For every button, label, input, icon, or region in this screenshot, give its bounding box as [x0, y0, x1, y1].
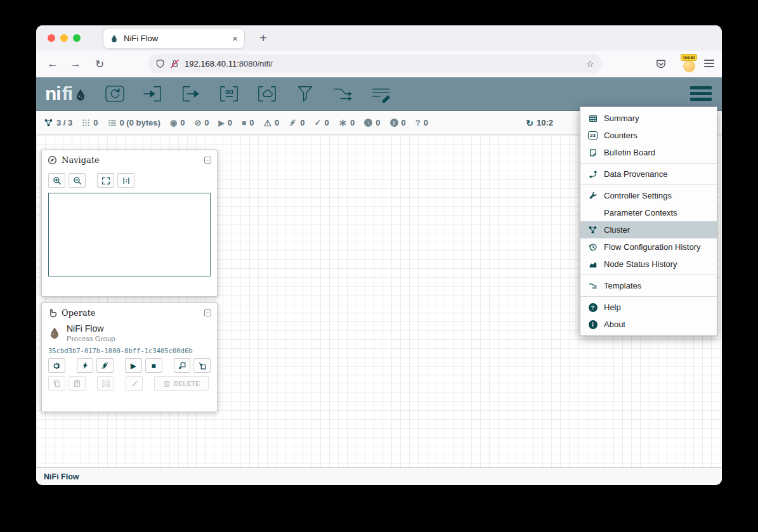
status-sync-failure: ? 0 — [415, 118, 428, 127]
menu-item-help[interactable]: ? Help — [580, 299, 717, 316]
status-not-transmitting: ⊘ 0 — [194, 118, 209, 127]
menu-item-bulletin-board[interactable]: Bulletin Board — [580, 144, 717, 161]
menu-divider — [580, 275, 717, 275]
pocket-icon[interactable] — [655, 58, 667, 70]
group-button[interactable] — [97, 376, 114, 391]
menu-divider — [580, 185, 717, 185]
remote-process-group-component-icon[interactable] — [256, 84, 278, 103]
status-stale: ↑ 0 — [364, 118, 380, 127]
menu-item-flow-configuration-history[interactable]: Flow Configuration History — [580, 238, 717, 256]
counters-icon: 23 — [587, 131, 598, 139]
provenance-icon — [587, 170, 598, 179]
menu-item-parameter-contexts[interactable]: Parameter Contexts — [580, 204, 717, 221]
input-port-component-icon[interactable] — [142, 84, 164, 103]
url-bar[interactable]: 192.168.40.11:8080/nifi/ ☆ — [148, 54, 602, 74]
menu-item-data-provenance[interactable]: Data Provenance — [580, 165, 717, 183]
menu-divider — [580, 163, 717, 164]
status-refresh[interactable]: ↻ 10:2 — [526, 118, 553, 128]
queued-list-icon — [108, 119, 117, 127]
global-menu: Summary 23 Counters Bulletin Board Data … — [580, 107, 717, 336]
zoom-actual-size-button[interactable] — [117, 173, 134, 188]
cluster-icon — [587, 225, 598, 235]
breadcrumb-bar: NiFi Flow — [36, 467, 722, 485]
up-to-date-check-icon: ✓ — [315, 118, 322, 127]
logo-text-fi: fi — [62, 84, 72, 103]
processor-component-icon[interactable] — [104, 84, 126, 103]
operate-header: Operate — [42, 303, 217, 322]
tab-strip: NiFi Flow × + — [36, 25, 722, 51]
menu-item-templates[interactable]: Templates — [580, 277, 717, 294]
url-host: 192.168.40.11 — [185, 59, 237, 68]
component-type: Process Group — [67, 335, 115, 342]
process-group-drop-icon — [48, 325, 61, 341]
disable-button[interactable] — [96, 358, 114, 373]
url-text[interactable]: 192.168.40.11:8080/nifi/ — [185, 59, 273, 68]
birdseye-minimap[interactable] — [48, 193, 211, 276]
zoom-in-button[interactable] — [48, 173, 65, 188]
menu-item-summary[interactable]: Summary — [580, 110, 717, 127]
delete-button[interactable]: DELETE — [154, 376, 209, 391]
component-toolbar — [104, 84, 392, 103]
not-transmitting-icon: ⊘ — [194, 118, 201, 127]
navigate-header: Navigate — [42, 150, 217, 169]
tracking-shield-icon[interactable] — [155, 59, 165, 68]
insecure-lock-icon[interactable] — [170, 59, 180, 68]
menu-divider — [580, 296, 717, 297]
change-color-button[interactable] — [126, 376, 143, 391]
configure-button[interactable] — [48, 358, 65, 373]
zoom-fit-button[interactable] — [97, 173, 114, 188]
area-chart-icon — [587, 260, 598, 269]
template-component-icon[interactable] — [332, 84, 354, 103]
label-component-icon[interactable] — [370, 84, 392, 103]
status-invalid: ⚠ 0 — [264, 118, 280, 128]
copy-button[interactable] — [48, 376, 65, 391]
operate-collapse-button[interactable] — [204, 309, 211, 316]
status-locally-modified: ∗ 0 — [339, 118, 355, 127]
reload-button[interactable]: ↻ — [92, 56, 107, 72]
global-menu-button[interactable] — [690, 86, 712, 101]
menu-item-counters[interactable]: 23 Counters — [580, 127, 717, 144]
enable-button[interactable] — [77, 358, 94, 373]
navigate-collapse-button[interactable] — [204, 157, 211, 164]
forward-button[interactable]: → — [68, 56, 83, 72]
browser-tab[interactable]: NiFi Flow × — [103, 29, 244, 48]
menu-item-controller-settings[interactable]: Controller Settings — [580, 187, 717, 204]
compass-icon — [48, 155, 57, 165]
new-tab-button[interactable]: + — [254, 29, 272, 47]
help-icon: ? — [587, 303, 598, 312]
wrench-icon — [587, 191, 598, 200]
breadcrumb[interactable]: NiFi Flow — [44, 472, 79, 481]
profile-button[interactable]: local — [679, 54, 700, 74]
status-transmitting: ◉ 0 — [170, 118, 185, 127]
create-template-button[interactable] — [174, 358, 191, 373]
refresh-icon[interactable]: ↻ — [526, 118, 533, 128]
upload-template-button[interactable] — [193, 358, 211, 373]
menu-item-cluster[interactable]: Cluster — [580, 221, 717, 238]
window-minimize-button[interactable] — [60, 34, 68, 42]
running-icon: ▶ — [219, 119, 225, 127]
stop-button[interactable]: ■ — [145, 358, 162, 373]
tab-close-icon[interactable]: × — [232, 33, 238, 44]
bookmark-star-icon[interactable]: ☆ — [586, 58, 594, 70]
cluster-icon — [44, 118, 53, 127]
trash-icon — [163, 380, 171, 387]
container-label: local — [681, 54, 697, 61]
output-port-component-icon[interactable] — [180, 84, 202, 103]
menu-item-about[interactable]: i About — [580, 316, 717, 333]
navigate-title: Navigate — [62, 155, 100, 165]
component-id: 35cbd3b7-017b-1000-8bff-1c3405c00d6b — [42, 342, 217, 358]
tab-title: NiFi Flow — [124, 34, 227, 43]
browser-menu-button[interactable] — [704, 60, 714, 67]
back-button[interactable]: ← — [45, 56, 60, 72]
window-close-button[interactable] — [48, 34, 55, 42]
zoom-out-button[interactable] — [69, 173, 86, 188]
navigate-buttons — [42, 169, 217, 188]
paste-button[interactable] — [69, 376, 86, 391]
start-button[interactable]: ▶ — [125, 358, 142, 373]
process-group-component-icon[interactable] — [218, 84, 240, 103]
sync-failure-question-icon: ? — [415, 118, 421, 127]
menu-item-node-status-history[interactable]: Node Status History — [580, 256, 717, 273]
funnel-component-icon[interactable] — [294, 84, 316, 103]
window-zoom-button[interactable] — [73, 34, 81, 42]
operate-buttons-row-1: ▶ ■ — [42, 358, 217, 373]
